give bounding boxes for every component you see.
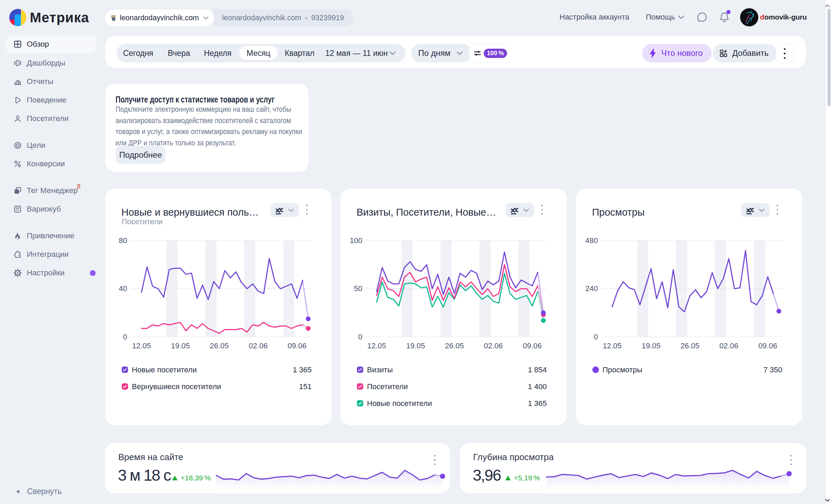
svg-text:09.06: 09.06	[758, 341, 777, 350]
svg-text:26.05: 26.05	[680, 341, 699, 350]
svg-text:480: 480	[585, 236, 598, 245]
svg-text:0: 0	[358, 333, 362, 341]
svg-text:02.06: 02.06	[720, 341, 738, 350]
svg-text:12.05: 12.05	[132, 341, 151, 350]
svg-text:12.05: 12.05	[367, 341, 386, 350]
svg-text:80: 80	[119, 236, 127, 245]
svg-text:09.06: 09.06	[523, 341, 542, 350]
svg-text:19.05: 19.05	[642, 341, 661, 350]
svg-text:50: 50	[354, 284, 362, 293]
svg-text:0: 0	[594, 333, 598, 341]
svg-text:02.06: 02.06	[484, 341, 503, 350]
svg-text:19.05: 19.05	[171, 341, 190, 350]
svg-text:12.05: 12.05	[603, 341, 622, 350]
svg-text:19.05: 19.05	[406, 341, 425, 350]
svg-text:100: 100	[350, 236, 362, 245]
svg-text:240: 240	[585, 284, 598, 293]
svg-text:02.06: 02.06	[249, 341, 268, 350]
svg-text:0: 0	[123, 333, 127, 341]
svg-text:26.05: 26.05	[210, 341, 229, 350]
svg-text:09.06: 09.06	[288, 341, 306, 350]
svg-text:26.05: 26.05	[445, 341, 464, 350]
svg-text:40: 40	[119, 284, 127, 293]
